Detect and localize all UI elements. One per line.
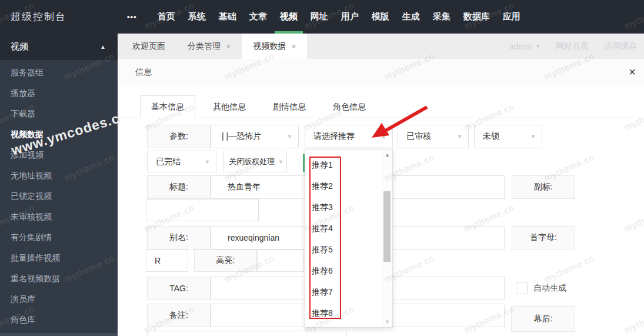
subtitle-label: 副标:: [512, 175, 575, 199]
caret-up-icon: ▲: [381, 134, 386, 139]
recommend-dropdown-list: 推荐1 推荐2 推荐3 推荐4 推荐5 推荐6 推荐7 推荐8: [305, 149, 392, 324]
dropdown-option[interactable]: 推荐3: [305, 197, 392, 218]
tab-category-manage[interactable]: 分类管理 ×: [176, 34, 242, 59]
clear-cache-link[interactable]: 清理缓存: [604, 41, 637, 52]
tab-welcome[interactable]: 欢迎页面: [121, 34, 176, 59]
dropdown-option[interactable]: 推荐8: [305, 302, 392, 324]
lock-select-value: 未锁: [483, 131, 499, 142]
tag-label: TAG:: [147, 277, 211, 300]
nav-item-url[interactable]: 网址: [304, 0, 335, 34]
nav-item-home[interactable]: 首页: [151, 0, 182, 34]
caret-down-icon: ▼: [287, 134, 292, 139]
sidebar-scrollbar[interactable]: [0, 333, 118, 336]
caret-down-icon: ▼: [530, 134, 536, 139]
nav-item-video[interactable]: 视频: [273, 0, 304, 34]
nav-item-system[interactable]: 系统: [182, 0, 212, 34]
watermark-text: mytheme.cn: [623, 101, 644, 132]
caret-down-icon: ▼: [278, 159, 283, 165]
finished-select[interactable]: 已完结 ▼: [147, 151, 216, 172]
sidebar-item-locked-video[interactable]: 已锁定视频: [0, 186, 118, 207]
dropdown-option[interactable]: 推荐1: [305, 154, 392, 175]
watermark-text: mytheme.cn: [623, 202, 644, 234]
tab-close-icon[interactable]: ×: [226, 42, 231, 51]
sidebar-item-actor-library[interactable]: 演员库: [0, 289, 118, 310]
recommend-select[interactable]: 请选择推荐 ▲: [305, 125, 393, 148]
dropdown-scrollbar: ▲ ▼: [382, 149, 392, 327]
nav-item-database[interactable]: 数据库: [457, 0, 496, 34]
initial-label: 首字母:: [512, 226, 575, 249]
nav-item-template[interactable]: 模版: [365, 0, 396, 34]
form-tab-plot-info[interactable]: 剧情信息: [263, 95, 315, 118]
sidebar-item-no-address-video[interactable]: 无地址视频: [0, 165, 118, 186]
user-dropdown[interactable]: admin ▼: [509, 42, 540, 51]
info-panel-header: 信息 ×: [118, 59, 644, 85]
sidebar: 视频 ▲ 服务器组 播放器 下载器 视频数据 添加视频 无地址视频 已锁定视频 …: [0, 34, 118, 336]
param-label: 参数:: [147, 125, 211, 148]
nav-item-app[interactable]: 应用: [496, 0, 527, 34]
highlight-label: 高亮:: [194, 249, 257, 272]
sidebar-item-unaudited-video[interactable]: 未审核视频: [0, 207, 118, 227]
sidebar-item-video-data[interactable]: 视频数据: [0, 124, 118, 145]
nav-item-user[interactable]: 用户: [335, 0, 365, 34]
caret-down-icon: ▼: [205, 159, 210, 165]
nav-item-collect[interactable]: 采集: [426, 0, 457, 34]
sidebar-item-downloader[interactable]: 下载器: [0, 104, 118, 124]
dropdown-option[interactable]: 推荐7: [305, 281, 392, 302]
form-tabs: 基本信息 其他信息 剧情信息 角色信息: [140, 95, 375, 118]
form-tab-basic-info[interactable]: 基本信息: [140, 95, 195, 118]
nav-item-basic[interactable]: 基础: [212, 0, 243, 34]
panel-close-icon[interactable]: ×: [629, 65, 636, 79]
lock-select[interactable]: 未锁 ▼: [474, 125, 542, 148]
auto-generate-checkbox[interactable]: [516, 282, 528, 294]
copyright-select-value: 关闭版权处理: [229, 157, 275, 167]
watermark-text: mytheme.cn: [623, 304, 644, 335]
bottom-clipped-input[interactable]: [147, 331, 347, 336]
sidebar-item-role-library[interactable]: 角色库: [0, 310, 118, 330]
username: admin: [509, 42, 532, 51]
site-home-link[interactable]: 网站首页: [556, 41, 589, 52]
finished-select-value: 已完结: [156, 157, 181, 167]
sidebar-menu: 服务器组 播放器 下载器 视频数据 添加视频 无地址视频 已锁定视频 未审核视频…: [0, 60, 118, 330]
category-select[interactable]: | |—恐怖片 ▼: [211, 125, 299, 148]
auto-generate-label: 自动生成: [533, 277, 566, 300]
tab-video-data[interactable]: 视频数据 ×: [242, 34, 307, 59]
scroll-up-icon[interactable]: ▲: [382, 152, 392, 158]
extra-title-input[interactable]: [146, 199, 259, 221]
copyright-select[interactable]: 关闭版权处理 ▼: [223, 151, 287, 172]
tab-close-icon[interactable]: ×: [291, 42, 296, 51]
caret-down-icon: ▼: [457, 134, 462, 139]
sidebar-item-batch-operate[interactable]: 批量操作视频: [0, 248, 118, 268]
collapse-up-icon: ▲: [100, 44, 106, 50]
top-right-links: admin ▼ 网站首页 清理缓存: [509, 34, 637, 59]
initial-input[interactable]: R: [146, 249, 188, 272]
sidebar-item-player[interactable]: 播放器: [0, 83, 118, 104]
scroll-down-icon[interactable]: ▼: [382, 319, 392, 325]
title-label: 标题:: [147, 175, 211, 199]
more-menu-icon[interactable]: •••: [127, 12, 137, 21]
highlight-input[interactable]: [257, 249, 304, 272]
caret-down-icon: ▼: [535, 44, 540, 49]
nav-item-generate[interactable]: 生成: [396, 0, 426, 34]
dropdown-option[interactable]: 推荐6: [305, 260, 392, 281]
dropdown-option[interactable]: 推荐5: [305, 239, 392, 260]
sidebar-item-add-video[interactable]: 添加视频: [0, 145, 118, 165]
recommend-dropdown: 推荐1 推荐2 推荐3 推荐4 推荐5 推荐6 推荐7 推荐8 ▲ ▼: [305, 149, 393, 328]
dropdown-option[interactable]: 推荐4: [305, 218, 392, 239]
sidebar-item-server-group[interactable]: 服务器组: [0, 62, 118, 83]
category-select-value: | |—恐怖片: [222, 131, 261, 142]
panel-title: 信息: [135, 67, 152, 78]
sidebar-item-episode-plot[interactable]: 有分集剧情: [0, 227, 118, 248]
alias-label: 别名:: [147, 226, 211, 249]
scrollbar-thumb[interactable]: [383, 191, 391, 262]
nav-item-article[interactable]: 文章: [243, 0, 273, 34]
form-tab-other-info[interactable]: 其他信息: [203, 95, 255, 118]
note-label: 备注:: [147, 304, 211, 327]
sidebar-item-duplicate-video[interactable]: 重名视频数据: [0, 268, 118, 289]
main-nav: 首页 系统 基础 文章 视频 网址 用户 模版 生成 采集 数据库 应用: [151, 0, 527, 34]
app-title: 超级控制台: [11, 10, 112, 24]
audit-select[interactable]: 已审核 ▼: [398, 125, 469, 148]
form-tab-role-info[interactable]: 角色信息: [323, 95, 375, 118]
dropdown-option[interactable]: 推荐2: [305, 175, 392, 197]
tab-label: 欢迎页面: [132, 41, 165, 52]
sidebar-group-video[interactable]: 视频 ▲: [0, 34, 118, 60]
